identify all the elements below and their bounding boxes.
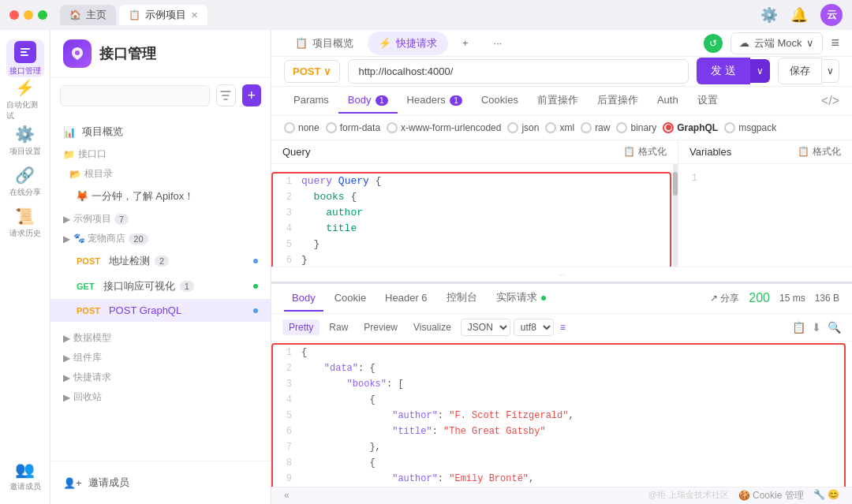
opt-msgpack[interactable]: msgpack — [724, 122, 776, 133]
collapse-icon[interactable]: « — [284, 490, 290, 501]
nav-post-detect[interactable]: POST 地址检测 2 — [50, 248, 271, 274]
invite-member-item[interactable]: 👤+ 邀请成员 — [63, 471, 258, 495]
bell-icon[interactable]: 🔔 — [790, 6, 808, 24]
variables-format-btn[interactable]: 📋 格式化 — [798, 145, 841, 159]
project-tab[interactable]: 📋 示例项目 ✕ — [119, 5, 207, 25]
filter-button[interactable] — [216, 84, 236, 106]
nav-quick-req[interactable]: ▶ 快捷请求 — [50, 368, 271, 387]
tab-quick-req[interactable]: ⚡ 快捷请求 — [368, 32, 448, 55]
nav-component-lib[interactable]: ▶ 组件库 — [50, 348, 271, 368]
nav-data-model[interactable]: ▶ 数据模型 — [50, 328, 271, 348]
method-select[interactable]: POST ∨ — [284, 60, 340, 83]
actual-req-dot — [541, 296, 546, 301]
nav-project-settings[interactable]: ⚙️ 项目设置 — [6, 121, 44, 159]
tab-headers[interactable]: Headers 1 — [398, 88, 472, 114]
fmt-pretty-btn[interactable]: Pretty — [282, 319, 320, 335]
cookie-manage-link[interactable]: 🍪 Cookie 管理 — [738, 489, 804, 502]
nav-invite[interactable]: 👥 邀请成员 — [6, 457, 44, 495]
search-input[interactable] — [60, 85, 210, 106]
nav-history[interactable]: 📜 请求历史 — [6, 203, 44, 241]
close-button[interactable] — [9, 10, 19, 20]
line-code-2: books { — [301, 189, 357, 205]
copy-icon[interactable]: 📋 — [792, 321, 805, 334]
opt-json[interactable]: json — [507, 122, 539, 133]
opt-graphql[interactable]: GraphQL — [663, 122, 718, 133]
tab-settings[interactable]: 设置 — [688, 87, 727, 115]
nav-api-management[interactable]: 接口管理 — [6, 39, 44, 77]
cloud-mock-btn[interactable]: ☁ 云端 Mock ∨ — [731, 32, 824, 54]
add-button[interactable]: + — [242, 84, 261, 106]
nav-automation[interactable]: ⚡ 自动化测试 — [6, 80, 44, 118]
opt-none[interactable]: none — [284, 122, 320, 133]
nav-online-share[interactable]: 🔗 在线分享 — [6, 162, 44, 200]
fmt-encoding-select[interactable]: utf8 — [514, 319, 554, 336]
response-tab-cookie[interactable]: Cookie — [327, 286, 374, 312]
opt-binary[interactable]: binary — [616, 122, 656, 133]
code-view-icon[interactable]: </> — [821, 94, 839, 108]
opt-urlencoded[interactable]: x-www-form-urlencoded — [387, 122, 501, 133]
variables-code-area[interactable]: 1 — [678, 164, 852, 267]
response-tab-header[interactable]: Header 6 — [377, 286, 435, 312]
nav-graphql[interactable]: POST POST GraphQL — [50, 299, 271, 322]
share-btn[interactable]: ↗ 分享 — [710, 292, 739, 305]
response-tab-console[interactable]: 控制台 — [439, 284, 485, 312]
fmt-preview-btn[interactable]: Preview — [357, 319, 404, 335]
menu-icon[interactable]: ≡ — [831, 35, 839, 51]
tab-overview[interactable]: 📋 项目概览 — [284, 32, 364, 55]
opt-form-data[interactable]: form-data — [326, 122, 380, 133]
tab-more[interactable]: ··· — [483, 32, 514, 55]
line-code-6: } — [301, 252, 308, 267]
query-format-btn[interactable]: 📋 格式化 — [623, 145, 667, 159]
opt-xml[interactable]: xml — [545, 122, 574, 133]
send-arrow-button[interactable]: ∨ — [750, 59, 770, 83]
send-main-button[interactable]: 发 送 — [697, 58, 750, 84]
resp-line-7: 7 }, — [273, 439, 844, 455]
tab-body[interactable]: Body 1 — [338, 88, 398, 114]
search-resp-icon[interactable]: 🔍 — [828, 321, 841, 334]
radio-xml — [545, 122, 556, 133]
nav-intro[interactable]: 🦊 一分钟，了解 Apifox！ — [50, 184, 271, 209]
resp-num-6: 6 — [273, 424, 301, 439]
nav-root[interactable]: 📂 根目录 — [50, 164, 271, 184]
tab-cookies[interactable]: Cookies — [472, 88, 528, 114]
query-code-area[interactable]: 1 query Query { 2 books { 3 author — [271, 164, 678, 267]
opt-msgpack-label: msgpack — [738, 122, 776, 133]
nav-api-section[interactable]: 📁 接口口 — [50, 144, 271, 164]
root-expand-icon: 📂 — [69, 169, 81, 180]
query-header: Query 📋 格式化 — [271, 140, 678, 164]
response-tab-actual-req[interactable]: 实际请求 — [488, 284, 555, 312]
code-line-5: 5 } — [273, 237, 670, 252]
fmt-json-select[interactable]: JSON — [461, 319, 510, 336]
minimize-button[interactable] — [24, 10, 33, 20]
settings-icon[interactable]: ⚙️ — [760, 6, 778, 24]
tab-add[interactable]: + — [451, 32, 480, 55]
download-icon[interactable]: ⬇ — [812, 321, 821, 334]
fmt-visualize-btn[interactable]: Visualize — [407, 319, 458, 335]
opt-graphql-label: GraphQL — [677, 122, 718, 133]
url-input[interactable] — [348, 59, 689, 84]
tab-close-icon[interactable]: ✕ — [191, 10, 198, 21]
share-icon-sym: ↗ — [710, 293, 718, 304]
save-main-button[interactable]: 保存 — [778, 58, 822, 84]
home-tab[interactable]: 🏠 主页 — [60, 5, 116, 25]
tool-icons[interactable]: 🔧 😊 — [813, 489, 839, 502]
nav-trash[interactable]: ▶ 回收站 — [50, 387, 271, 407]
nav-overview[interactable]: 📊 项目概览 — [50, 119, 271, 144]
tab-pre-ops[interactable]: 前置操作 — [528, 87, 588, 115]
format-bar: Pretty Raw Preview Visualize JSON utf8 ≡… — [271, 314, 852, 342]
tab-auth[interactable]: Auth — [648, 88, 688, 114]
nav-example-project[interactable]: ▶ 示例项目 7 — [50, 209, 271, 229]
fmt-raw-btn[interactable]: Raw — [323, 319, 354, 335]
tab-params[interactable]: Params — [284, 88, 338, 114]
auto-format-btn[interactable]: ≡ — [560, 322, 566, 333]
nav-get-visual[interactable]: GET 接口响应可视化 1 — [50, 274, 271, 299]
resp-line-6: 6 "title": "The Great Gatsby" — [273, 424, 844, 439]
response-tab-body[interactable]: Body — [284, 286, 323, 312]
nav-pet-store[interactable]: ▶ 🐾 宠物商店 20 — [50, 229, 271, 248]
maximize-button[interactable] — [38, 10, 47, 20]
avatar[interactable]: 云 — [820, 4, 843, 26]
top-bar: 📋 项目概览 ⚡ 快捷请求 + ··· ↺ ☁ — [271, 30, 852, 57]
save-arrow-button[interactable]: ∨ — [822, 59, 839, 83]
opt-raw[interactable]: raw — [581, 122, 610, 133]
tab-post-ops[interactable]: 后置操作 — [588, 87, 648, 115]
